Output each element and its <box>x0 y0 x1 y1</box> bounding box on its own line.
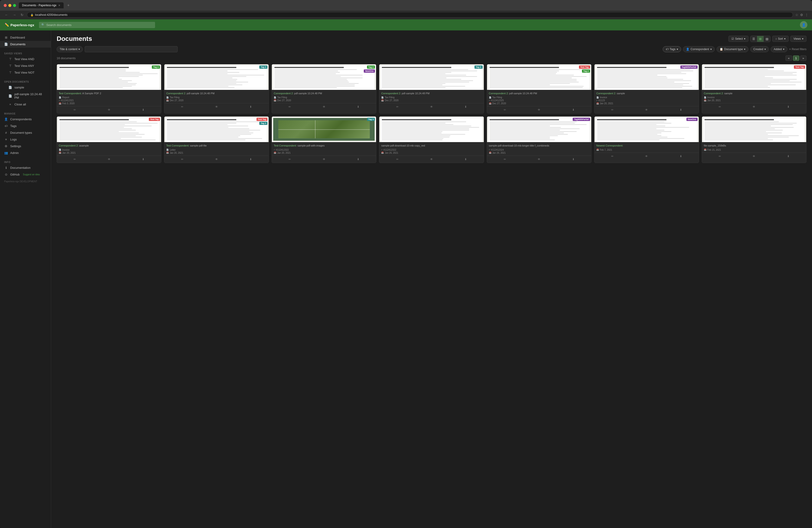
doc-tag[interactable]: Test Tag <box>257 118 267 121</box>
tab-close-button[interactable]: ✕ <box>58 4 60 7</box>
reload-button[interactable]: ↻ <box>19 12 25 17</box>
doc-tag[interactable]: Test Tag <box>579 66 590 69</box>
doc-tag[interactable]: Tag 2 <box>367 66 375 69</box>
download-doc-button[interactable]: ⬇ <box>248 104 253 109</box>
sidebar-item-view-not[interactable]: ⊤ Test View NOT <box>0 69 51 76</box>
title-content-filter[interactable]: Title & content ▾ <box>57 46 83 52</box>
bookmark-icon[interactable]: ☆ <box>795 13 798 17</box>
doc-tag[interactable]: Test Tag <box>794 66 805 69</box>
edit-doc-button[interactable]: ✏ <box>395 104 400 109</box>
extension-icon[interactable]: ⚙ <box>800 13 803 17</box>
doc-title-link[interactable]: Correspondent 2: <box>381 92 401 95</box>
detail-view-button[interactable]: ▤ <box>764 36 770 42</box>
view-doc-button[interactable]: 👁 <box>321 104 327 109</box>
forward-button[interactable]: → <box>12 12 17 17</box>
created-filter-button[interactable]: Created ▾ <box>750 46 769 52</box>
edit-doc-button[interactable]: ✏ <box>502 157 507 161</box>
doc-title-link[interactable]: Test Correspondent: <box>59 92 82 95</box>
edit-doc-button[interactable]: ✏ <box>287 104 292 109</box>
views-button[interactable]: Views ▾ <box>791 36 807 42</box>
document-card[interactable]: Tag 3Test Correspondent: sample-pdf-with… <box>272 116 376 163</box>
doc-tag[interactable]: TagWithPartial <box>573 118 590 121</box>
sidebar-item-admin[interactable]: 👥 Admin <box>0 149 51 156</box>
close-all-button[interactable]: × Close all <box>0 101 51 108</box>
edit-doc-button[interactable]: ✏ <box>717 154 722 159</box>
sidebar-item-settings[interactable]: ⚙ Settings <box>0 143 51 149</box>
select-button[interactable]: ☑ Select ▾ <box>728 36 749 42</box>
doc-tag[interactable]: Tag 2 <box>582 69 590 73</box>
sort-button[interactable]: ↕ Sort ▾ <box>772 36 788 42</box>
sidebar-item-github[interactable]: ⊙ GitHub Suggest an idea <box>0 171 51 178</box>
download-doc-button[interactable]: ⬇ <box>571 157 576 161</box>
sidebar-item-dashboard[interactable]: ⊞ Dashboard <box>0 34 51 41</box>
suggest-link[interactable]: Suggest an idea <box>23 173 40 176</box>
download-doc-button[interactable]: ⬇ <box>463 104 468 109</box>
edit-doc-button[interactable]: ✏ <box>717 104 722 109</box>
document-card[interactable]: Test TagTag 3Test Correspondent: sample-… <box>164 116 269 163</box>
correspondent-filter-button[interactable]: 👤 Correspondent ▾ <box>683 46 714 52</box>
doc-title-link[interactable]: Correspondent 2: <box>489 92 509 95</box>
doc-tag[interactable]: NewOne <box>686 118 698 121</box>
download-doc-button[interactable]: ⬇ <box>463 157 468 161</box>
sidebar-item-document-types[interactable]: # Document types <box>0 129 51 136</box>
doc-tag[interactable]: Tag 3 <box>475 66 483 69</box>
edit-doc-button[interactable]: ✏ <box>180 157 185 161</box>
doc-title-link[interactable]: Newest Correspondent: <box>596 144 623 147</box>
doc-tag[interactable]: Test Tag <box>149 118 160 121</box>
doc-tag[interactable]: NewOne <box>364 69 375 73</box>
next-page-button[interactable]: » <box>800 56 807 61</box>
document-card[interactable]: Tag 3Correspondent 2: pdf-sample 10.24.4… <box>164 64 269 114</box>
sidebar-item-open-sample[interactable]: 📄 sample <box>0 84 51 91</box>
edit-doc-button[interactable]: ✏ <box>72 108 77 112</box>
new-tab-button[interactable]: + <box>66 2 71 8</box>
download-doc-button[interactable]: ⬇ <box>786 154 791 159</box>
document-card[interactable]: Tag 2NewOneCorrespondent 2: pdf-sample 1… <box>272 64 376 114</box>
document-card[interactable]: sample-pdf-download-10-mb copy_red##1124… <box>379 116 484 163</box>
edit-doc-button[interactable]: ✏ <box>610 108 615 112</box>
doc-title-link[interactable]: Correspondent 2: <box>59 144 78 147</box>
sidebar-item-documentation[interactable]: ℹ Documentation <box>0 165 51 171</box>
edit-doc-button[interactable]: ✏ <box>287 157 292 161</box>
tags-filter-button[interactable]: 🏷 Tags ▾ <box>663 46 681 52</box>
download-doc-button[interactable]: ⬇ <box>248 157 253 161</box>
download-doc-button[interactable]: ⬇ <box>356 104 361 109</box>
sidebar-item-correspondents[interactable]: 👤 Correspondents <box>0 116 51 123</box>
view-doc-button[interactable]: 👁 <box>536 157 542 161</box>
fullscreen-traffic-light[interactable] <box>13 4 16 7</box>
grid-view-button[interactable]: ⊞ <box>757 36 764 42</box>
view-doc-button[interactable]: 👁 <box>429 104 434 109</box>
download-doc-button[interactable]: ⬇ <box>141 157 146 161</box>
view-doc-button[interactable]: 👁 <box>751 104 757 109</box>
doc-title-link[interactable]: Correspondent 2: <box>596 92 616 95</box>
view-doc-button[interactable]: 👁 <box>751 154 757 159</box>
doc-title-link[interactable]: Test Correspondent: <box>166 144 189 147</box>
doc-tag[interactable]: Tag 3 <box>367 118 375 121</box>
download-doc-button[interactable]: ⬇ <box>141 108 146 112</box>
document-card[interactable]: Tag 2Test Correspondent: A Sample PDF 2📄… <box>57 64 161 114</box>
doc-title-link[interactable]: Test Correspondent: <box>274 144 297 147</box>
list-view-button[interactable]: ☰ <box>751 36 757 42</box>
view-doc-button[interactable]: 👁 <box>644 154 649 159</box>
doc-tag[interactable]: Tag 3 <box>259 66 267 69</box>
document-card[interactable]: TagWithPartialsample-pdf-download-10-mb-… <box>487 116 592 163</box>
document-card[interactable]: Tag 3Correspondent 2: pdf-sample 10.24.4… <box>379 64 484 114</box>
doc-title-link[interactable]: Correspondent 2: <box>166 92 186 95</box>
view-doc-button[interactable]: 👁 <box>106 157 112 161</box>
sidebar-item-tags[interactable]: 🏷 Tags <box>0 123 51 129</box>
download-doc-button[interactable]: ⬇ <box>678 154 683 159</box>
document-card[interactable]: TagWithPartialCorrespondent 2: sample📄In… <box>594 64 699 114</box>
doc-tag[interactable]: Tag 3 <box>259 122 267 125</box>
view-doc-button[interactable]: 👁 <box>214 104 219 109</box>
view-doc-button[interactable]: 👁 <box>321 157 327 161</box>
view-doc-button[interactable]: 👁 <box>429 157 434 161</box>
minimize-traffic-light[interactable] <box>8 4 11 7</box>
prev-page-button[interactable]: « <box>785 56 792 61</box>
search-input[interactable] <box>39 22 155 28</box>
document-card[interactable]: file-sample_150kBs📅Feb 15, 2021✏👁⬇ <box>702 116 807 163</box>
sidebar-item-view-and[interactable]: ⊤ Test View AND <box>0 56 51 62</box>
sidebar-item-documents[interactable]: 📄 Documents <box>0 41 51 47</box>
edit-doc-button[interactable]: ✏ <box>610 154 615 159</box>
doc-tag[interactable]: Tag 2 <box>152 66 160 69</box>
browser-tab[interactable]: Documents - Paperless-ngx ✕ <box>19 2 63 8</box>
edit-doc-button[interactable]: ✏ <box>502 108 507 112</box>
